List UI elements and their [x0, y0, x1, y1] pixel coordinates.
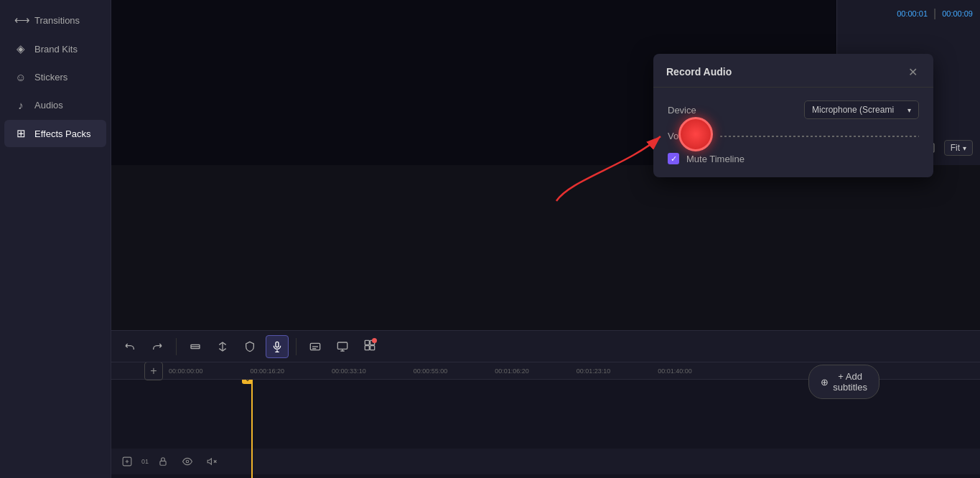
current-time: 00:00:01 [897, 9, 928, 18]
zoom-dropdown[interactable]: Fit ▾ [944, 140, 973, 156]
modal-close-button[interactable]: ✕ [905, 64, 920, 80]
sidebar-item-transitions-label: Transitions [34, 15, 80, 26]
ruler-mark-5: 00:01:23:10 [571, 367, 617, 375]
track-row-controls: 01 [111, 449, 980, 474]
sidebar-item-stickers-label: Stickers [34, 72, 67, 83]
playhead-marker: ⬦ [242, 380, 253, 384]
redo-button[interactable] [146, 335, 169, 358]
caption-button[interactable] [304, 335, 327, 358]
mute-checkbox[interactable]: ✓ [668, 153, 679, 164]
svg-rect-13 [365, 346, 369, 350]
ruler-mark-3: 00:00:55:00 [408, 367, 454, 375]
main-content: 00:00:01 | 00:00:09 Fit [111, 0, 980, 478]
toolbar [111, 330, 980, 362]
undo-button[interactable] [118, 335, 141, 358]
svg-rect-14 [370, 346, 375, 350]
svg-rect-6 [276, 342, 279, 347]
track-add-button[interactable] [117, 451, 137, 472]
device-label: Device [668, 105, 696, 116]
mute-label: Mute Timeline [686, 154, 745, 164]
visibility-button[interactable] [177, 451, 197, 472]
sidebar-item-transitions[interactable]: ⟷ Transitions [4, 6, 106, 34]
timeline-area: + 00:00:00:00 00:00:16:20 00:00:33:10 00… [111, 362, 980, 478]
screen-record-button[interactable] [331, 335, 354, 358]
record-audio-modal: Record Audio ✕ Device Microphone (Scream… [653, 54, 933, 177]
playhead-line [251, 380, 253, 478]
add-subtitles-icon: ⊕ [821, 377, 829, 388]
sidebar-item-stickers[interactable]: ☺ Stickers [4, 64, 106, 90]
left-sidebar: ⟷ Transitions ◈ Brand Kits ☺ Stickers ♪ … [0, 0, 111, 478]
split-button[interactable] [211, 335, 234, 358]
add-subtitles-button[interactable]: ⊕ + Add subtitles [808, 365, 879, 399]
modal-header: Record Audio ✕ [653, 54, 933, 88]
add-track-button[interactable]: + [144, 362, 163, 380]
total-time: 00:00:09 [942, 9, 973, 18]
time-display: 00:00:01 | 00:00:09 [841, 4, 976, 23]
svg-point-18 [186, 460, 189, 463]
mute-row: ✓ Mute Timeline [668, 153, 919, 164]
ruler-mark-6: 00:01:40:00 [652, 367, 698, 375]
time-separator: | [933, 7, 936, 20]
svg-rect-11 [365, 340, 369, 345]
ruler-mark-0: 00:00:00:00 [163, 367, 209, 375]
sidebar-item-effects-packs-label: Effects Packs [34, 128, 91, 139]
ruler-mark-1: 00:00:16:20 [245, 367, 291, 375]
audios-icon: ♪ [14, 99, 27, 111]
sidebar-item-audios-label: Audios [34, 100, 63, 111]
modal-body: Device Microphone (Screami ▾ Volume ✓ Mu… [653, 88, 933, 177]
track-num: 01 [141, 458, 149, 465]
ruler-mark-4: 00:01:06:20 [489, 367, 535, 375]
transitions-icon: ⟷ [14, 14, 27, 27]
sidebar-item-audios[interactable]: ♪ Audios [4, 92, 106, 118]
sidebar-item-effects-packs[interactable]: ⊞ Effects Packs [4, 120, 106, 147]
sidebar-item-brand-kits[interactable]: ◈ Brand Kits [4, 35, 106, 62]
svg-rect-17 [160, 461, 166, 465]
volume-label: Volume [668, 131, 699, 141]
toolbar-divider-1 [176, 338, 177, 355]
protect-button[interactable] [238, 335, 261, 358]
microphone-button[interactable] [266, 335, 289, 358]
volume-row: Volume [668, 131, 919, 141]
zoom-dropdown-chevron: ▾ [963, 144, 966, 152]
device-dropdown[interactable]: Microphone (Screami ▾ [804, 100, 919, 119]
add-subtitles-label: + Add subtitles [833, 371, 867, 393]
stickers-icon: ☺ [14, 71, 27, 83]
toolbar-divider-2 [296, 338, 297, 355]
device-value: Microphone (Screami [812, 105, 894, 115]
svg-rect-10 [337, 342, 347, 349]
crop-trim-button[interactable] [184, 335, 207, 358]
ruler-mark-2: 00:00:33:10 [326, 367, 372, 375]
modal-title: Record Audio [666, 66, 732, 78]
sidebar-item-brand-kits-label: Brand Kits [34, 44, 78, 55]
export-button[interactable] [358, 335, 381, 358]
zoom-label: Fit [951, 143, 960, 153]
effects-packs-icon: ⊞ [14, 127, 27, 140]
brand-kits-icon: ◈ [14, 42, 27, 55]
device-row: Device Microphone (Screami ▾ [668, 100, 919, 119]
device-dropdown-chevron: ▾ [907, 106, 911, 114]
mute-button[interactable] [202, 451, 222, 472]
volume-slider[interactable] [720, 136, 919, 137]
lock-button[interactable] [153, 451, 173, 472]
